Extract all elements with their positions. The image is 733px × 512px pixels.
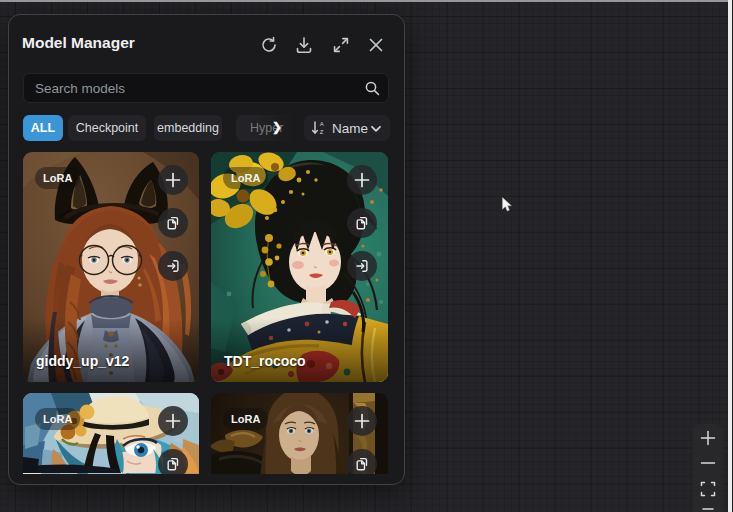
svg-text:A: A [320, 121, 324, 127]
svg-text:Z: Z [320, 129, 324, 135]
